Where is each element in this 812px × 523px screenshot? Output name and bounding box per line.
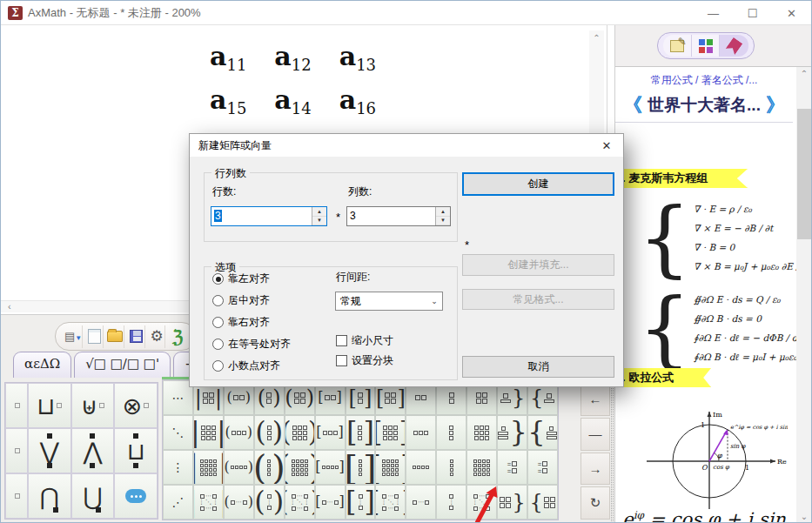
- scrollbar-thumb[interactable]: [797, 109, 811, 239]
- radio-0[interactable]: 靠左对齐: [212, 272, 270, 286]
- matrix-template-cell[interactable]: [436, 415, 466, 450]
- matrix-template-cell[interactable]: [⋯]: [315, 485, 346, 520]
- scroll-down-icon[interactable]: ⌄: [796, 512, 812, 521]
- palette-cell[interactable]: [5, 383, 28, 428]
- radio-icon[interactable]: [212, 295, 224, 306]
- radio-4[interactable]: 小数点对齐: [212, 359, 280, 373]
- matrix-template-cell[interactable]: (): [224, 415, 254, 450]
- matrix-template-cell[interactable]: [406, 415, 436, 450]
- matrix-template-cell[interactable]: (⋯⋮⋱⋮⋯): [285, 485, 315, 520]
- matrix-template-cell[interactable]: (): [254, 415, 285, 450]
- matrix-template-cell[interactable]: (): [285, 450, 315, 485]
- matrix-template-cell[interactable]: [⋮]: [346, 485, 376, 520]
- palette-cell[interactable]: ⊎: [71, 383, 115, 428]
- checkbox-icon[interactable]: [336, 355, 347, 366]
- matrix-template-cell[interactable]: []: [375, 450, 406, 485]
- maxwell-integral-group[interactable]: {∯∂Ω E · ds = Q ∕ ε₀∯∂Ω B · ds = 0∮∂Ω E …: [638, 279, 812, 377]
- radio-icon[interactable]: [212, 317, 224, 328]
- palette-cell[interactable]: ⋃: [71, 473, 115, 519]
- matrix-template-cell[interactable]: ⋮: [436, 485, 466, 520]
- radio-icon[interactable]: [212, 273, 224, 285]
- matrix-template-cell[interactable]: [436, 450, 466, 485]
- rows-spinner[interactable]: ▲▼: [312, 207, 326, 225]
- matrix-template-cell[interactable]: ⋯⋮⋱⋮⋯: [466, 485, 497, 520]
- matrix-template-cell[interactable]: (⋮): [254, 485, 285, 520]
- matrix-template-cell[interactable]: }: [497, 415, 527, 450]
- palette-cell[interactable]: ⋀: [71, 428, 115, 473]
- matrix-template-cell[interactable]: []: [375, 415, 406, 450]
- window-close-button[interactable]: ✕: [772, 1, 811, 25]
- matrix-template-cell[interactable]: []: [315, 415, 346, 450]
- prev-page-icon[interactable]: 《: [623, 92, 642, 118]
- create-button[interactable]: 创建: [462, 172, 614, 196]
- dialog-title-bar[interactable]: 新建矩阵或向量 ✕: [190, 134, 623, 157]
- menu-button[interactable]: ▤▼: [64, 325, 83, 348]
- arrow-left-button[interactable]: ←: [580, 383, 610, 416]
- matrix-template-cell[interactable]: (): [224, 450, 254, 485]
- matrix-template-cell[interactable]: |⋯⋮⋱⋮⋯|: [193, 485, 224, 520]
- library-scrollbar[interactable]: ⌃ ⌄: [796, 67, 812, 523]
- handwriting-button[interactable]: [663, 35, 692, 57]
- palette-cell[interactable]: ⊗: [114, 383, 158, 428]
- euler-circle-diagram[interactable]: Im Re O 1 1 φ cos φ sin φ e^iφ = cos φ +…: [640, 406, 788, 513]
- matrix-template-cell[interactable]: ⋮: [163, 450, 193, 485]
- matrix-template-cell[interactable]: []: [346, 415, 376, 450]
- symbol-library-button[interactable]: [692, 35, 721, 57]
- tab-1[interactable]: √□ □∕□ □': [74, 352, 171, 378]
- rows-input[interactable]: 3 ▲▼: [211, 206, 327, 226]
- scroll-up-icon[interactable]: ⌃: [796, 69, 812, 78]
- new-document-button[interactable]: [86, 325, 104, 348]
- matrix-template-cell[interactable]: []: [346, 450, 376, 485]
- palette-cell[interactable]: ⋂: [28, 473, 71, 519]
- checkbox-1[interactable]: 设置分块: [336, 353, 393, 368]
- save-button[interactable]: [128, 325, 145, 348]
- settings-button[interactable]: ⚙: [149, 325, 166, 348]
- palette-cell[interactable]: [5, 473, 28, 519]
- matrix-template-cell[interactable]: {: [527, 485, 558, 520]
- palette-cell[interactable]: ⊔: [114, 428, 158, 473]
- palette-cell[interactable]: [5, 428, 28, 473]
- next-page-icon[interactable]: 》: [766, 92, 785, 118]
- open-button[interactable]: [107, 325, 124, 348]
- radio-icon[interactable]: [212, 360, 224, 372]
- matrix-template-cell[interactable]: [406, 450, 436, 485]
- matrix-template-cell[interactable]: {: [527, 415, 558, 450]
- matrix-template-cell[interactable]: ||: [193, 415, 224, 450]
- matrix-template-cell[interactable]: (⋯): [224, 485, 254, 520]
- cols-input[interactable]: 3 ▲▼: [346, 206, 451, 226]
- euler-formula-1[interactable]: eiφ = cos φ + i sin φ: [615, 509, 793, 523]
- radio-2[interactable]: 靠右对齐: [212, 315, 270, 330]
- matrix-template-cell[interactable]: ⋱: [163, 415, 193, 450]
- bookmark-button[interactable]: [720, 35, 748, 57]
- comment-button[interactable]: [114, 473, 158, 519]
- arrow-right-button[interactable]: →: [580, 453, 610, 486]
- matrix-template-cell[interactable]: [⋯⋮⋱⋮⋯]: [375, 485, 406, 520]
- window-maximize-button[interactable]: ☐: [733, 1, 772, 25]
- matrix-template-cell[interactable]: (): [254, 450, 285, 485]
- palette-cell[interactable]: ⊔: [28, 383, 71, 428]
- scroll-up-icon[interactable]: ⌃: [589, 33, 604, 43]
- matrix-template-cell[interactable]: ==: [527, 450, 558, 485]
- matrix-template-cell[interactable]: ||: [193, 450, 224, 485]
- matrix-template-cell[interactable]: ⋯: [406, 485, 436, 520]
- extra-tool-button[interactable]: ℨ: [169, 325, 186, 348]
- matrix-template-cell[interactable]: ==: [497, 450, 527, 485]
- matrix-template-cell[interactable]: ⋰: [163, 485, 193, 520]
- breadcrumb[interactable]: 常用公式 / 著名公式 /...: [615, 73, 793, 88]
- palette-cell[interactable]: ⋁: [28, 428, 71, 473]
- matrix-template-cell[interactable]: [466, 415, 497, 450]
- cancel-button[interactable]: 取消: [462, 356, 614, 378]
- dialog-close-button[interactable]: ✕: [590, 134, 623, 157]
- radio-icon[interactable]: [212, 339, 224, 350]
- checkbox-0[interactable]: 缩小尺寸: [336, 333, 393, 348]
- matrix-template-cell[interactable]: (): [285, 415, 315, 450]
- checkbox-icon[interactable]: [336, 335, 347, 346]
- matrix-template-cell[interactable]: []: [315, 450, 346, 485]
- window-minimize-button[interactable]: —: [694, 1, 733, 25]
- maxwell-differential-group[interactable]: {∇ · E = ρ ∕ ε₀∇ × E = − ∂B ∕ ∂t∇ · B = …: [638, 189, 810, 286]
- dash-button[interactable]: —: [580, 418, 610, 451]
- radio-1[interactable]: 居中对齐: [212, 293, 270, 308]
- row-spacing-select[interactable]: 常规 ⌄: [335, 292, 443, 311]
- scroll-left-icon[interactable]: ‹: [8, 301, 11, 312]
- tab-0[interactable]: αεΔΩ: [13, 352, 71, 378]
